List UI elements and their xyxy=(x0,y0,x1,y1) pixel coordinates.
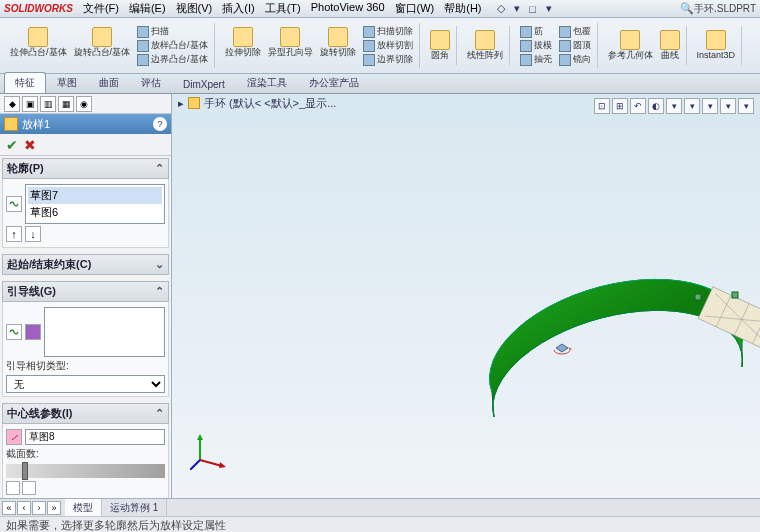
menu-tools[interactable]: 工具(T) xyxy=(261,0,305,17)
status-text: 如果需要，选择更多轮廓然后为放样设定属性 xyxy=(6,519,226,531)
help-icon[interactable]: ? xyxy=(153,117,167,131)
fillet-button[interactable]: 圆角 xyxy=(428,28,452,63)
extrude-cut-button[interactable]: 拉伸切除 xyxy=(223,25,263,66)
3d-canvas[interactable]: 中心线(草图8) 轮廓(草图6) xyxy=(172,112,760,498)
collapse-icon[interactable]: ⌃ xyxy=(155,162,164,175)
menu-insert[interactable]: 插入(I) xyxy=(218,0,258,17)
extrude-boss-button[interactable]: 拉伸凸台/基体 xyxy=(8,25,69,66)
menu-photoview[interactable]: PhotoView 360 xyxy=(307,0,389,17)
svg-line-14 xyxy=(190,460,200,470)
draft-button[interactable]: 拔模 xyxy=(518,39,554,52)
menu-edit[interactable]: 编辑(E) xyxy=(125,0,170,17)
boundary-cut-button[interactable]: 边界切除 xyxy=(361,53,415,66)
sections-slider[interactable] xyxy=(6,464,165,478)
section-profile-header[interactable]: 轮廓(P)⌃ xyxy=(2,158,169,179)
tab-features[interactable]: 特征 xyxy=(4,72,46,93)
ok-button[interactable]: ✔ xyxy=(6,137,18,153)
profile-listbox[interactable]: 草图7 草图6 xyxy=(25,184,165,224)
menu-help[interactable]: 帮助(H) xyxy=(440,0,485,17)
tab-last-icon[interactable]: » xyxy=(47,501,61,515)
search-icon[interactable]: 🔍 xyxy=(680,2,694,15)
tab-prev-icon[interactable]: ‹ xyxy=(17,501,31,515)
tab-office[interactable]: 办公室产品 xyxy=(298,72,370,93)
pm-tab-dim-icon[interactable]: ▦ xyxy=(58,96,74,112)
guide-listbox[interactable] xyxy=(44,307,165,357)
tab-first-icon[interactable]: « xyxy=(2,501,16,515)
expand-icon[interactable]: ⌄ xyxy=(155,258,164,271)
pm-tab-featuretree-icon[interactable]: ◆ xyxy=(4,96,20,112)
pm-tab-config-icon[interactable]: ▥ xyxy=(40,96,56,112)
qat-open-icon[interactable]: ▾ xyxy=(510,2,524,16)
loft-cut-button[interactable]: 放样切割 xyxy=(361,39,415,52)
model-preview xyxy=(432,192,760,472)
wrap-button[interactable]: 包覆 xyxy=(557,25,593,38)
tab-evaluate[interactable]: 评估 xyxy=(130,72,172,93)
menu-window[interactable]: 窗口(W) xyxy=(391,0,439,17)
tab-next-icon[interactable]: › xyxy=(32,501,46,515)
centerline-selector-icon[interactable]: ⟋ xyxy=(6,429,22,445)
qat-print-icon[interactable]: ▾ xyxy=(542,2,556,16)
move-down-icon[interactable]: ↓ xyxy=(25,226,41,242)
list-item[interactable]: 草图7 xyxy=(28,187,162,204)
section-constraints-header[interactable]: 起始/结束约束(C)⌄ xyxy=(2,254,169,275)
statusbar: 如果需要，选择更多轮廓然后为放样设定属性 xyxy=(0,516,760,532)
tab-surfaces[interactable]: 曲面 xyxy=(88,72,130,93)
collapse-icon[interactable]: ⌃ xyxy=(155,285,164,298)
svg-marker-11 xyxy=(197,434,203,440)
tab-render[interactable]: 渲染工具 xyxy=(236,72,298,93)
instant3d-button[interactable]: Instant3D xyxy=(695,28,738,63)
svg-rect-8 xyxy=(732,292,738,298)
svg-rect-6 xyxy=(695,294,701,300)
cancel-button[interactable]: ✖ xyxy=(24,137,36,153)
revolve-boss-button[interactable]: 旋转凸台/基体 xyxy=(72,25,133,66)
expand-tree-icon[interactable]: ▸ xyxy=(178,97,184,110)
list-item[interactable]: 草图6 xyxy=(28,204,162,221)
rib-button[interactable]: 筋 xyxy=(518,25,554,38)
sections-label: 截面数: xyxy=(6,447,165,461)
sweep-button[interactable]: 扫描 xyxy=(135,25,210,38)
reference-geometry-button[interactable]: 参考几何体 xyxy=(606,28,655,63)
hole-wizard-button[interactable]: 异型孔向导 xyxy=(266,25,315,66)
guide-color-icon xyxy=(25,324,41,340)
slider-inc-icon[interactable] xyxy=(22,481,36,495)
menu-view[interactable]: 视图(V) xyxy=(172,0,217,17)
slider-dec-icon[interactable] xyxy=(6,481,20,495)
coordinate-triad xyxy=(190,430,230,470)
pm-tab-property-icon[interactable]: ▣ xyxy=(22,96,38,112)
qat-new-icon[interactable]: ◇ xyxy=(494,2,508,16)
revolve-cut-button[interactable]: 旋转切除 xyxy=(318,25,358,66)
sweep-cut-button[interactable]: 扫描切除 xyxy=(361,25,415,38)
shell-button[interactable]: 抽壳 xyxy=(518,53,554,66)
menu-file[interactable]: 文件(F) xyxy=(79,0,123,17)
move-up-icon[interactable]: ↑ xyxy=(6,226,22,242)
guide-type-label: 引导相切类型: xyxy=(6,359,165,373)
graphics-viewport[interactable]: ▸ 手环 (默认< <默认>_显示... ⊡ ⊞ ↶ ◐ ▾ ▾ ▾ ▾ ▾ xyxy=(172,94,760,498)
section-guides-header[interactable]: 引导线(G)⌃ xyxy=(2,281,169,302)
rotate-handle-icon[interactable] xyxy=(552,342,572,362)
dome-button[interactable]: 圆顶 xyxy=(557,39,593,52)
quick-access-toolbar: ◇ ▾ □ ▾ xyxy=(494,2,556,16)
qat-save-icon[interactable]: □ xyxy=(526,2,540,16)
property-manager-panel: ◆ ▣ ▥ ▦ ◉ 放样1 ? ✔ ✖ 轮廓(P)⌃ 草图7 草图6 xyxy=(0,94,172,498)
guide-type-dropdown[interactable]: 无 xyxy=(6,375,165,393)
flyout-tree-label: 手环 (默认< <默认>_显示... xyxy=(204,96,336,111)
loft-button[interactable]: 放样凸台/基体 xyxy=(135,39,210,52)
pm-tab-render-icon[interactable]: ◉ xyxy=(76,96,92,112)
centerline-field[interactable] xyxy=(25,429,165,445)
tab-sketch[interactable]: 草图 xyxy=(46,72,88,93)
boundary-button[interactable]: 边界凸台/基体 xyxy=(135,53,210,66)
collapse-icon[interactable]: ⌃ xyxy=(155,407,164,420)
tab-dimxpert[interactable]: DimXpert xyxy=(172,75,236,93)
curves-button[interactable]: 曲线 xyxy=(658,28,682,63)
part-icon xyxy=(188,97,200,109)
profile-selector-icon[interactable] xyxy=(6,196,22,212)
svg-marker-9 xyxy=(568,347,572,350)
ribbon: 拉伸凸台/基体 旋转凸台/基体 扫描 放样凸台/基体 边界凸台/基体 拉伸切除 … xyxy=(0,18,760,74)
bottom-tab-model[interactable]: 模型 xyxy=(65,499,102,517)
mirror-button[interactable]: 镜向 xyxy=(557,53,593,66)
section-centerline-header[interactable]: 中心线参数(I)⌃ xyxy=(2,403,169,424)
bottom-tab-motion[interactable]: 运动算例 1 xyxy=(102,499,167,517)
guide-selector-icon[interactable] xyxy=(6,324,22,340)
linear-pattern-button[interactable]: 线性阵列 xyxy=(465,28,505,63)
svg-marker-13 xyxy=(219,462,226,468)
